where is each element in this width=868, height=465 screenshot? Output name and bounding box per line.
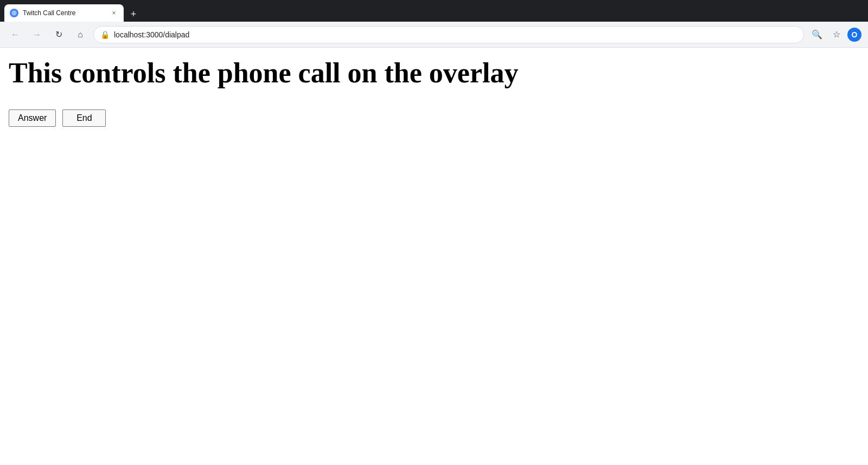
bookmark-icon-button[interactable]: ☆ bbox=[828, 26, 845, 43]
browser-tab-bar: Twitch Call Centre × + bbox=[0, 0, 868, 22]
call-control-buttons: Answer End bbox=[9, 109, 859, 127]
back-button[interactable]: ← bbox=[7, 26, 24, 43]
tab-list: Twitch Call Centre × + bbox=[4, 0, 864, 22]
tab-favicon bbox=[10, 9, 18, 17]
search-icon-button[interactable]: 🔍 bbox=[808, 26, 826, 43]
reload-button[interactable]: ↻ bbox=[50, 26, 67, 43]
page-heading: This controls the phone call on the over… bbox=[9, 56, 859, 90]
lock-icon: 🔒 bbox=[100, 30, 110, 39]
forward-button[interactable]: → bbox=[28, 26, 46, 43]
tab-title: Twitch Call Centre bbox=[23, 9, 105, 17]
page-content: This controls the phone call on the over… bbox=[0, 48, 868, 135]
active-tab[interactable]: Twitch Call Centre × bbox=[4, 4, 124, 22]
url-display: localhost:3000/dialpad bbox=[114, 30, 797, 39]
answer-button[interactable]: Answer bbox=[9, 109, 56, 127]
profile-button[interactable]: O bbox=[847, 28, 861, 42]
navigation-bar: ← → ↻ ⌂ 🔒 localhost:3000/dialpad 🔍 ☆ O bbox=[0, 22, 868, 48]
home-button[interactable]: ⌂ bbox=[72, 26, 89, 43]
end-button[interactable]: End bbox=[62, 109, 106, 127]
nav-right-icons: 🔍 ☆ O bbox=[808, 26, 861, 43]
new-tab-button[interactable]: + bbox=[126, 7, 141, 22]
address-bar[interactable]: 🔒 localhost:3000/dialpad bbox=[93, 26, 804, 43]
tab-close-button[interactable]: × bbox=[110, 9, 118, 17]
